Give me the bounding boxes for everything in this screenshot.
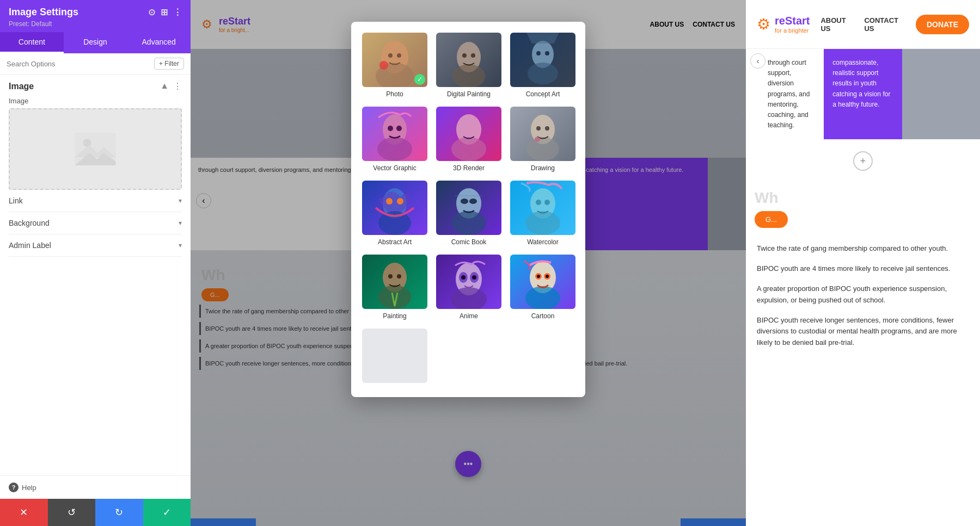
undo-button[interactable]: ↺ bbox=[48, 499, 96, 526]
svg-point-19 bbox=[377, 137, 412, 161]
concept-art-thumb bbox=[510, 33, 575, 87]
style-option-concept-art[interactable]: Concept Art bbox=[510, 33, 575, 98]
style-option-abstract-art[interactable]: Abstract Art bbox=[362, 181, 427, 246]
style-option-photo[interactable]: ✓ Photo bbox=[362, 33, 427, 98]
style-option-comic-book[interactable]: Comic Book bbox=[436, 181, 501, 246]
style-option-3d-render[interactable]: 3D Render bbox=[436, 107, 501, 172]
tab-content[interactable]: Content bbox=[0, 32, 64, 53]
svg-point-46 bbox=[388, 274, 393, 279]
link-arrow-icon: ▾ bbox=[179, 197, 182, 205]
close-icon: ✕ bbox=[20, 506, 28, 518]
tab-design[interactable]: Design bbox=[64, 32, 127, 53]
link-label: Link bbox=[9, 196, 23, 205]
drawing-label: Drawing bbox=[531, 164, 555, 172]
preset-label[interactable]: Preset: Default bbox=[9, 20, 182, 28]
svg-point-7 bbox=[397, 53, 401, 58]
prev-nav-arrow[interactable]: ‹ bbox=[750, 53, 765, 69]
layout-icon[interactable]: ⊞ bbox=[161, 7, 168, 17]
logo-text-area: reStart for a brighter bbox=[775, 15, 810, 34]
style-option-extra[interactable] bbox=[362, 329, 427, 386]
nav-about-us[interactable]: ABOUT US bbox=[820, 16, 853, 33]
svg-point-15 bbox=[536, 51, 541, 55]
modal-overlay[interactable]: ✓ Photo Digital Pa bbox=[191, 0, 746, 526]
logo-spinner-icon: ⚙ bbox=[757, 15, 770, 33]
cta-oval-button[interactable]: G... bbox=[755, 211, 788, 228]
svg-point-32 bbox=[386, 198, 393, 205]
logo-sub-right: for a brighter bbox=[775, 27, 810, 34]
main-area: ⚙ reStart for a bright... ABOUT US CONTA… bbox=[191, 0, 746, 526]
svg-point-34 bbox=[378, 211, 411, 235]
style-option-vector-graphic[interactable]: Vector Graphic bbox=[362, 107, 427, 172]
card-white-content: ‹ through court support, diversion progr… bbox=[746, 49, 824, 139]
painting-label: Painting bbox=[383, 312, 406, 320]
photo-thumb: ✓ bbox=[362, 33, 427, 87]
nav-contact-us[interactable]: CONTACT US bbox=[864, 16, 904, 33]
comic-face-icon bbox=[436, 181, 501, 235]
section-big-text: Wh bbox=[755, 189, 971, 207]
image-placeholder-icon bbox=[74, 133, 117, 165]
3d-face-icon bbox=[436, 107, 501, 161]
svg-marker-14 bbox=[526, 33, 559, 44]
svg-point-38 bbox=[469, 199, 477, 204]
help-row[interactable]: ? Help bbox=[0, 475, 191, 499]
left-arrow-icon[interactable]: ‹ bbox=[750, 53, 765, 69]
link-collapse[interactable]: Link ▾ bbox=[9, 190, 182, 212]
image-style-modal: ✓ Photo Digital Pa bbox=[351, 22, 585, 397]
svg-point-55 bbox=[525, 286, 560, 309]
logo-name-right: reStart bbox=[775, 15, 810, 27]
svg-point-8 bbox=[379, 61, 388, 70]
vector-graphic-label: Vector Graphic bbox=[373, 164, 416, 172]
digital-face-icon bbox=[436, 33, 501, 87]
add-element-circle-button[interactable]: + bbox=[853, 151, 873, 171]
panel-title-icons: ⊙ ⊞ ⋮ bbox=[148, 7, 182, 17]
3d-render-label: 3D Render bbox=[453, 164, 485, 172]
redo-button[interactable]: ↻ bbox=[95, 499, 143, 526]
close-button[interactable]: ✕ bbox=[0, 499, 48, 526]
admin-label-collapse[interactable]: Admin Label ▾ bbox=[9, 234, 182, 257]
abstract-face-icon bbox=[362, 181, 427, 235]
tab-advanced[interactable]: Advanced bbox=[127, 32, 191, 53]
filter-button[interactable]: + Filter bbox=[154, 58, 184, 70]
cartoon-label: Cartoon bbox=[531, 312, 555, 320]
abstract-art-thumb bbox=[362, 181, 427, 235]
style-option-digital-painting[interactable]: Digital Painting bbox=[436, 33, 501, 98]
extra-thumb bbox=[362, 329, 427, 383]
content-section: Wh G... bbox=[746, 183, 980, 239]
style-option-drawing[interactable]: Drawing bbox=[510, 107, 575, 172]
nav-links: ABOUT US CONTACT US bbox=[820, 16, 904, 33]
painting-face-icon bbox=[362, 255, 427, 309]
card-purple-text: compassionate, realistic support results… bbox=[832, 58, 893, 110]
donate-button[interactable]: DONATE bbox=[916, 15, 969, 34]
style-option-cartoon[interactable]: Cartoon bbox=[510, 255, 575, 320]
focus-icon[interactable]: ⊙ bbox=[148, 7, 155, 17]
svg-point-43 bbox=[544, 200, 550, 205]
style-option-painting[interactable]: Painting bbox=[362, 255, 427, 320]
left-panel: Image Settings ⊙ ⊞ ⋮ Preset: Default Con… bbox=[0, 0, 191, 526]
drawing-face-icon bbox=[510, 107, 575, 161]
image-upload-area[interactable] bbox=[9, 108, 182, 190]
more-section-icon[interactable]: ⋮ bbox=[173, 81, 182, 91]
svg-point-36 bbox=[451, 211, 486, 235]
card-purple-content: compassionate, realistic support results… bbox=[824, 49, 902, 139]
painting-thumb bbox=[362, 255, 427, 309]
search-bar: + Filter bbox=[0, 53, 191, 75]
stats-section: Twice the rate of gang membership compar… bbox=[746, 239, 980, 353]
save-icon: ✓ bbox=[163, 506, 171, 518]
svg-point-33 bbox=[397, 198, 403, 205]
svg-point-37 bbox=[461, 199, 468, 204]
chevron-up-icon[interactable]: ▲ bbox=[160, 81, 169, 91]
search-input[interactable] bbox=[7, 60, 150, 68]
section-actions: ▲ ⋮ bbox=[160, 81, 182, 91]
site-header: ⚙ reStart for a brighter ABOUT US CONTAC… bbox=[746, 0, 980, 49]
panel-title-text: Image Settings bbox=[9, 7, 78, 18]
more-icon[interactable]: ⋮ bbox=[173, 7, 182, 17]
style-option-watercolor[interactable]: Watercolor bbox=[510, 181, 575, 246]
svg-point-53 bbox=[472, 275, 476, 280]
watercolor-label: Watercolor bbox=[527, 238, 559, 246]
svg-point-10 bbox=[452, 64, 485, 87]
watercolor-thumb bbox=[510, 181, 575, 235]
background-collapse[interactable]: Background ▾ bbox=[9, 212, 182, 234]
style-option-anime[interactable]: Anime bbox=[436, 255, 501, 320]
content-cards-row: ‹ through court support, diversion progr… bbox=[746, 49, 980, 139]
save-button[interactable]: ✓ bbox=[143, 499, 191, 526]
